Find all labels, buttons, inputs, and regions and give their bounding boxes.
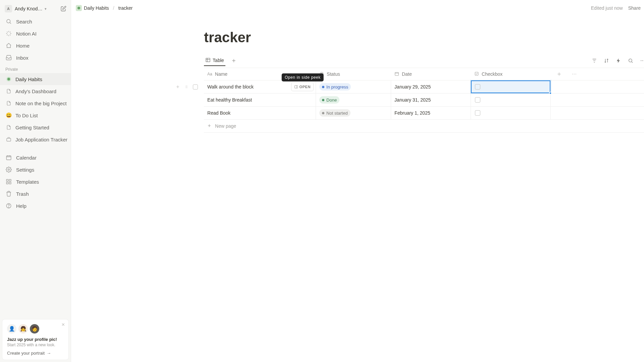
new-page-row[interactable]: New page (204, 120, 644, 133)
sidebar-trash[interactable]: Trash (0, 188, 71, 200)
cell-checkbox[interactable] (471, 107, 551, 119)
col-header-status[interactable]: Status (316, 68, 391, 80)
view-tab-label: Table (213, 58, 224, 63)
table-icon (205, 57, 211, 64)
sidebar-help[interactable]: Help (0, 200, 71, 212)
sidebar-page-label: Note on the big Project (15, 101, 67, 106)
sidebar-home[interactable]: Home (0, 40, 71, 52)
sidebar-page-label: To Do List (15, 113, 38, 118)
col-label: Status (327, 71, 340, 77)
sidebar-item-label: Inbox (16, 55, 29, 61)
drag-handle[interactable] (183, 83, 190, 90)
view-controls: New (590, 56, 644, 66)
row-checkbox[interactable] (192, 83, 199, 90)
cell-checkbox[interactable] (471, 94, 551, 106)
sidebar-page-todo-list[interactable]: 😀 To Do List (0, 109, 71, 121)
sidebar-page-label: Daily Habits (15, 76, 42, 82)
cell-date[interactable]: January 29, 2025 (391, 80, 471, 93)
cell-name[interactable]: Eat healthy Breakfast (204, 94, 316, 106)
status-dot (322, 99, 324, 101)
cell-date[interactable]: January 31, 2025 (391, 94, 471, 106)
cell-status[interactable]: Not started (316, 107, 391, 119)
cell-name[interactable]: Walk around the block OPEN Open in side … (204, 80, 316, 93)
cell-date[interactable]: February 1, 2025 (391, 107, 471, 119)
workspace-switcher[interactable]: A Andy Knod… ▾ (0, 3, 71, 15)
col-label: Checkbox (482, 71, 502, 77)
promo-card: ✕ 👤👧🧑 Jazz up your profile pic! Start 20… (2, 319, 69, 360)
svg-point-25 (186, 85, 186, 86)
sidebar-settings[interactable]: Settings (0, 164, 71, 176)
svg-point-26 (187, 85, 187, 86)
chevron-down-icon: ▾ (45, 7, 47, 11)
col-header-checkbox[interactable]: Checkbox (471, 68, 551, 80)
page-icon (5, 77, 12, 81)
filter-button[interactable] (590, 57, 598, 65)
svg-point-29 (186, 87, 186, 88)
cell-checkbox[interactable] (471, 80, 551, 93)
sidebar-calendar[interactable]: Calendar (0, 152, 71, 164)
view-tab-table[interactable]: Table (204, 55, 225, 66)
cell-status[interactable]: Done (316, 94, 391, 106)
svg-point-9 (8, 207, 9, 207)
row-hover-controls (174, 83, 199, 90)
new-page-label: New page (215, 123, 236, 129)
sidebar-page-note-big-project[interactable]: Note on the big Project (0, 97, 71, 109)
page-icon (76, 5, 82, 11)
sidebar-notion-ai[interactable]: Notion AI (0, 27, 71, 40)
cell-status[interactable]: In progress (316, 80, 391, 93)
ai-icon (5, 31, 12, 37)
sidebar-item-label: Trash (16, 191, 29, 197)
view-bar: Table New (71, 54, 644, 68)
sidebar-templates[interactable]: Templates (0, 176, 71, 188)
sidebar-page-getting-started[interactable]: Getting Started (0, 121, 71, 133)
breadcrumb-current[interactable]: tracker (118, 5, 133, 11)
open-page-button[interactable]: OPEN Open in side peek (291, 82, 314, 91)
close-icon[interactable]: ✕ (61, 322, 65, 327)
svg-point-28 (187, 86, 187, 87)
col-label: Date (402, 71, 412, 77)
more-icon (640, 58, 644, 63)
table-row[interactable]: Eat healthy Breakfast Done January 31, 2… (204, 94, 644, 107)
table-row[interactable]: Walk around the block OPEN Open in side … (204, 80, 644, 94)
search-button[interactable] (627, 57, 635, 65)
add-column-button[interactable] (551, 68, 568, 80)
breadcrumb-root[interactable]: Daily Habits (84, 5, 109, 11)
sidebar: A Andy Knod… ▾ Search Notion AI Home Inb… (0, 0, 71, 362)
home-icon (5, 43, 12, 49)
page-title[interactable]: tracker (71, 16, 644, 54)
add-view-button[interactable] (230, 57, 237, 64)
col-header-date[interactable]: Date (391, 68, 471, 80)
sidebar-page-andys-dashboard[interactable]: Andy's Dashboard (0, 85, 71, 97)
share-button[interactable]: Share (628, 5, 641, 11)
options-button[interactable] (639, 57, 644, 65)
user-avatar: A (5, 5, 12, 12)
breadcrumb[interactable]: Daily Habits / tracker (76, 5, 132, 11)
sidebar-page-daily-habits[interactable]: Daily Habits (0, 73, 71, 85)
svg-point-22 (572, 74, 573, 74)
calendar-icon (5, 155, 12, 161)
checkbox-input[interactable] (475, 97, 480, 103)
checkbox-input[interactable] (475, 110, 480, 116)
new-page-button[interactable] (59, 5, 67, 13)
edit-icon (60, 6, 66, 12)
sidebar-inbox[interactable]: Inbox (0, 52, 71, 64)
promo-link[interactable]: Create your portrait → (7, 351, 64, 356)
sidebar-search[interactable]: Search (0, 15, 71, 27)
document-icon (5, 101, 12, 106)
column-options-button[interactable] (568, 68, 581, 80)
filter-icon (592, 58, 597, 63)
svg-point-16 (642, 60, 643, 61)
svg-rect-21 (475, 72, 478, 75)
svg-point-0 (7, 19, 10, 23)
table-head: Aa Name Status Date Checkbox (204, 68, 644, 80)
sort-button[interactable] (602, 57, 610, 65)
svg-point-27 (186, 86, 186, 87)
automation-button[interactable] (614, 57, 623, 65)
sidebar-page-label: Andy's Dashboard (15, 88, 56, 94)
sidebar-page-job-tracker[interactable]: Job Application Tracker (0, 133, 71, 145)
table-row[interactable]: Read Book Not started February 1, 2025 (204, 107, 644, 120)
add-row-button[interactable] (174, 83, 181, 90)
cell-name[interactable]: Read Book (204, 107, 316, 119)
emoji-icon: 😀 (5, 112, 12, 118)
checkbox-input[interactable] (475, 84, 480, 89)
